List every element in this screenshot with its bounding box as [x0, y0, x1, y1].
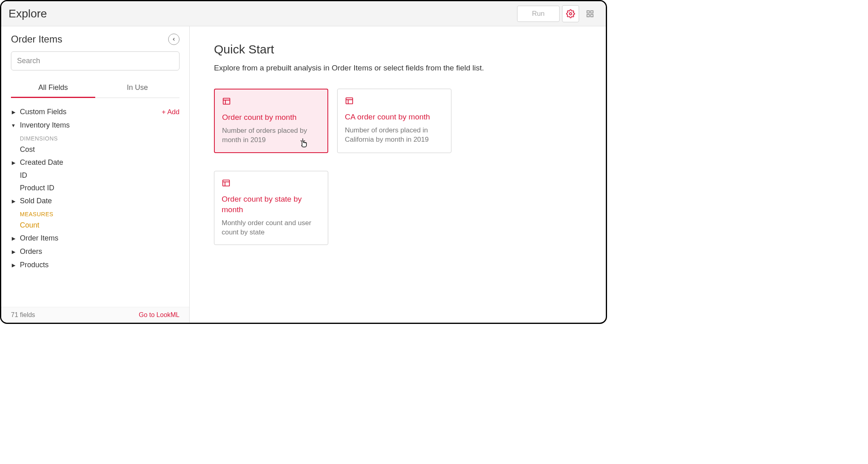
caret-right-icon: ▶ [11, 160, 16, 166]
svg-point-0 [569, 13, 572, 15]
field-count[interactable]: Count [11, 219, 180, 232]
group-label: Orders [20, 247, 42, 256]
card-order-count-by-state-by-month[interactable]: Order count by state by month Monthly or… [214, 171, 328, 245]
group-products[interactable]: ▶Products [11, 258, 180, 272]
table-icon [345, 96, 444, 105]
group-orders[interactable]: ▶Orders [11, 245, 180, 258]
caret-down-icon: ▼ [11, 123, 16, 128]
svg-rect-4 [591, 14, 593, 17]
app-window: Explore Run [0, 0, 607, 324]
page-title: Explore [9, 7, 47, 20]
svg-rect-2 [591, 11, 593, 13]
sidebar-inner: Order Items All Fields In Use ▶Custom Fi… [1, 26, 189, 307]
group-label: Custom Fields [20, 108, 66, 116]
chevron-left-icon [171, 37, 176, 42]
go-to-lookml-link[interactable]: Go to LookML [139, 311, 180, 319]
field-label: Created Date [20, 158, 63, 167]
measures-heading: MEASURES [11, 208, 180, 219]
table-icon [222, 97, 320, 106]
tab-all-fields[interactable]: All Fields [11, 79, 95, 98]
quick-start-title: Quick Start [214, 43, 582, 56]
add-custom-field-button[interactable]: + Add [162, 108, 180, 116]
field-label: Sold Date [20, 197, 52, 205]
table-icon [222, 179, 321, 187]
search-input[interactable] [11, 51, 180, 70]
topbar-actions: Run [517, 5, 599, 22]
body: Order Items All Fields In Use ▶Custom Fi… [1, 26, 606, 323]
run-button[interactable]: Run [517, 6, 560, 22]
sidebar: Order Items All Fields In Use ▶Custom Fi… [1, 26, 190, 323]
group-inventory-items[interactable]: ▼Inventory Items [11, 119, 180, 132]
card-title: Order count by state by month [222, 194, 321, 215]
caret-right-icon: ▶ [11, 236, 16, 241]
field-sold-date[interactable]: ▶Sold Date [11, 194, 180, 208]
field-cost[interactable]: Cost [11, 143, 180, 156]
tab-in-use[interactable]: In Use [95, 79, 180, 98]
card-order-count-by-month[interactable]: Order count by month Number of orders pl… [214, 89, 328, 153]
card-title: CA order count by month [345, 112, 444, 122]
quick-start-cards: Order count by month Number of orders pl… [214, 89, 582, 245]
collapse-sidebar-button[interactable] [168, 34, 180, 45]
card-description: Monthly order count and user count by st… [222, 218, 321, 238]
explore-name: Order Items [11, 34, 62, 45]
topbar: Explore Run [1, 1, 606, 26]
svg-rect-14 [223, 180, 230, 186]
settings-button[interactable] [562, 5, 579, 22]
svg-rect-3 [587, 14, 590, 17]
quick-start-subtitle: Explore from a prebuilt analysis in Orde… [214, 64, 582, 72]
svg-rect-1 [587, 11, 590, 13]
card-description: Number of orders placed by month in 2019 [222, 126, 320, 145]
caret-right-icon: ▶ [11, 249, 16, 255]
main-panel: Quick Start Explore from a prebuilt anal… [190, 26, 606, 323]
grid-icon [586, 10, 594, 18]
caret-right-icon: ▶ [11, 262, 16, 268]
group-label: Order Items [20, 234, 58, 243]
group-order-items[interactable]: ▶Order Items [11, 232, 180, 245]
caret-right-icon: ▶ [11, 198, 16, 204]
svg-rect-5 [223, 98, 230, 104]
card-ca-order-count-by-month[interactable]: CA order count by month Number of orders… [337, 89, 451, 153]
gear-icon [566, 9, 575, 18]
caret-right-icon: ▶ [11, 109, 16, 115]
group-custom-fields[interactable]: ▶Custom Fields + Add [11, 105, 180, 119]
group-label: Products [20, 261, 49, 269]
group-label: Inventory Items [20, 121, 70, 130]
sidebar-header: Order Items [11, 34, 180, 45]
sidebar-footer: 71 fields Go to LookML [1, 307, 189, 323]
field-tabs: All Fields In Use [11, 79, 180, 98]
dimensions-heading: DIMENSIONS [11, 132, 180, 143]
fields-count: 71 fields [11, 311, 35, 319]
dashboard-grid-button[interactable] [582, 5, 599, 22]
card-description: Number of orders placed in California by… [345, 126, 444, 145]
field-tree: ▶Custom Fields + Add ▼Inventory Items DI… [11, 105, 180, 307]
card-title: Order count by month [222, 112, 320, 123]
field-product-id[interactable]: Product ID [11, 182, 180, 194]
svg-rect-11 [346, 98, 353, 104]
field-id[interactable]: ID [11, 169, 180, 182]
field-created-date[interactable]: ▶Created Date [11, 156, 180, 169]
